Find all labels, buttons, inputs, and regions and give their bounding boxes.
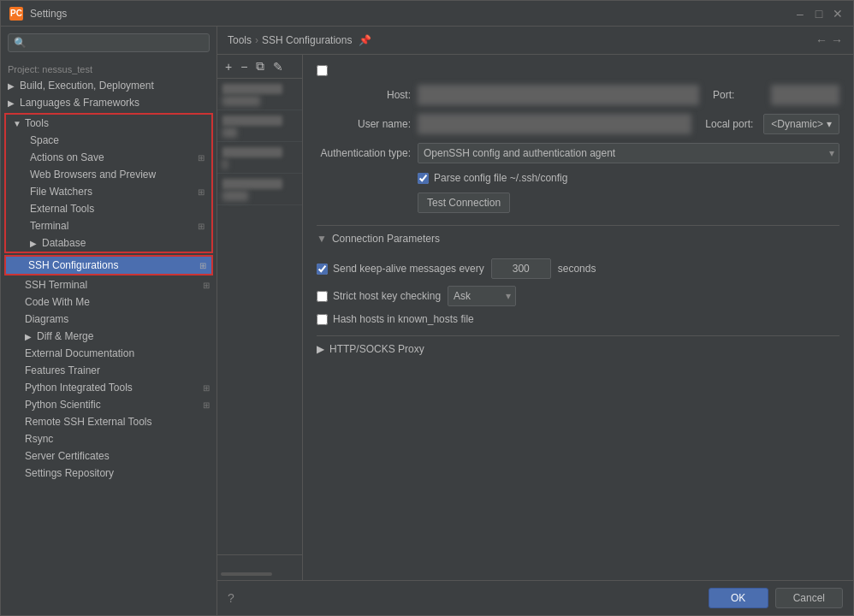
visible-only-row <box>317 65 839 76</box>
scrollbar-thumb[interactable] <box>221 572 272 576</box>
sidebar-item-rsync[interactable]: Rsync <box>1 430 216 447</box>
ssh-list-panel: + − ⧉ ✎ 172.x.x.x <box>217 55 303 580</box>
pin-icon: 📌 <box>359 34 371 46</box>
right-panel: Tools › SSH Configurations 📌 ← → + − <box>217 27 853 615</box>
breadcrumb-separator: › <box>255 34 258 46</box>
sidebar-item-featurestrainer[interactable]: Features Trainer <box>1 362 216 379</box>
host-thumbnail <box>222 116 282 126</box>
http-proxy-section[interactable]: ▶ HTTP/SOCKS Proxy <box>317 335 839 362</box>
localport-label: Local port: <box>705 118 756 130</box>
sidebar-item-settingsrepo[interactable]: Settings Repository <box>1 465 216 482</box>
marker-icon: ⊞ <box>199 261 206 270</box>
nav-buttons: ← → <box>815 33 843 47</box>
sidebar-item-sshterminal[interactable]: SSH Terminal ⊞ <box>1 276 216 293</box>
sidebar: Project: nessus_test ▶ Build, Execution,… <box>1 27 217 615</box>
sidebar-item-web[interactable]: Web Browsers and Preview <box>6 166 211 183</box>
breadcrumb: Tools › SSH Configurations 📌 <box>228 34 810 46</box>
host-label: 172.x.x.x <box>222 96 297 106</box>
sidebar-item-database[interactable]: ▶ Database <box>6 234 211 252</box>
tools-section: ▼ Tools Space Actions on Save ⊞ Web Br <box>4 113 213 253</box>
host-input[interactable] <box>418 85 699 105</box>
close-button[interactable]: ✕ <box>831 7 845 21</box>
ok-button[interactable]: OK <box>709 588 768 608</box>
window-controls: – □ ✕ <box>793 7 845 21</box>
sidebar-item-terminal[interactable]: Terminal ⊞ <box>6 217 211 234</box>
host-row: Host: Port: <box>317 85 839 105</box>
hash-hosts-checkbox[interactable] <box>317 314 328 325</box>
sidebar-item-pythontools[interactable]: Python Integrated Tools ⊞ <box>1 379 216 396</box>
sidebar-item-space[interactable]: Space <box>6 132 211 149</box>
strict-host-checkbox-group: Strict host key checking <box>317 290 441 302</box>
host-thumbnail <box>222 84 282 94</box>
copy-config-button[interactable]: ⧉ <box>253 58 267 74</box>
localport-button[interactable]: <Dynamic> ▾ <box>763 114 839 134</box>
settings-window: PC Settings – □ ✕ Project: nessus_test ▶… <box>0 0 854 616</box>
project-label: Project: nessus_test <box>1 59 216 77</box>
breadcrumb-parent: Tools <box>228 34 252 46</box>
auth-select[interactable]: OpenSSH config and authentication agent <box>418 143 839 163</box>
sidebar-item-servercerts[interactable]: Server Certificates <box>1 447 216 465</box>
marker-icon: ⊞ <box>198 187 205 197</box>
sidebar-item-tools[interactable]: ▼ Tools <box>6 115 211 132</box>
auth-row: Authentication type: OpenSSH config and … <box>317 143 839 163</box>
marker-icon: ⊞ <box>198 222 205 231</box>
sidebar-content: Project: nessus_test ▶ Build, Execution,… <box>1 59 216 615</box>
sidebar-item-diffmerge[interactable]: ▶ Diff & Merge <box>1 328 216 345</box>
sidebar-item-remotessh[interactable]: Remote SSH External Tools <box>1 413 216 430</box>
auth-select-wrapper: OpenSSH config and authentication agent <box>418 143 839 163</box>
edit-config-button[interactable]: ✎ <box>270 59 286 74</box>
sidebar-item-languages[interactable]: ▶ Languages & Frameworks <box>1 94 216 111</box>
connection-params-header[interactable]: ▼ Connection Parameters <box>317 225 839 252</box>
add-config-button[interactable]: + <box>222 59 234 74</box>
back-button[interactable]: ← <box>815 33 827 47</box>
ask-select-wrapper: Ask <box>448 286 516 306</box>
sidebar-item-sshconfigs[interactable]: SSH Configurations ⊞ <box>4 255 213 275</box>
dropdown-icon: ▾ <box>827 118 832 130</box>
strict-host-checkbox[interactable] <box>317 291 328 302</box>
panel-body: + − ⧉ ✎ 172.x.x.x <box>217 55 853 580</box>
list-item[interactable]: @1 <box>217 110 302 142</box>
ssh-list: 172.x.x.x @1 <box>217 79 302 554</box>
marker-icon: ⊞ <box>203 400 210 410</box>
username-input[interactable] <box>418 114 691 134</box>
ask-select[interactable]: Ask <box>448 286 516 306</box>
visible-only-checkbox[interactable] <box>317 65 328 76</box>
search-input[interactable] <box>8 33 210 52</box>
sidebar-item-codewithme[interactable]: Code With Me <box>1 293 216 311</box>
port-input[interactable] <box>771 85 839 105</box>
keep-alive-row: Send keep-alive messages every seconds <box>317 258 839 279</box>
keep-alive-checkbox-group: Send keep-alive messages every <box>317 263 484 275</box>
seconds-label: seconds <box>558 263 596 275</box>
sidebar-item-externaltools[interactable]: External Tools <box>6 200 211 217</box>
strict-host-label: Strict host key checking <box>333 290 441 302</box>
keep-alive-input[interactable] <box>491 258 551 279</box>
parse-config-checkbox[interactable] <box>418 173 429 184</box>
sidebar-item-externaldoc[interactable]: External Documentation <box>1 345 216 362</box>
sidebar-item-filewatchers[interactable]: File Watchers ⊞ <box>6 183 211 200</box>
username-label: User name: <box>317 118 411 130</box>
username-row: User name: Local port: <Dynamic> ▾ <box>317 114 839 134</box>
forward-button[interactable]: → <box>831 33 843 47</box>
arrow-icon: ▼ <box>13 119 21 128</box>
list-item[interactable]: 172.x.x.x <box>217 79 302 110</box>
sidebar-item-actions[interactable]: Actions on Save ⊞ <box>6 149 211 166</box>
sidebar-item-diagrams[interactable]: Diagrams <box>1 311 216 328</box>
minimize-button[interactable]: – <box>793 7 807 21</box>
keep-alive-label: Send keep-alive messages every <box>333 263 484 275</box>
list-item[interactable]: 1 <box>217 142 302 174</box>
help-button[interactable]: ? <box>228 591 234 605</box>
list-item[interactable]: @172 <box>217 174 302 205</box>
test-connection-button[interactable]: Test Connection <box>418 192 510 213</box>
remove-config-button[interactable]: − <box>238 59 250 74</box>
hash-hosts-label: Hash hosts in known_hosts file <box>333 313 474 325</box>
hash-hosts-checkbox-group: Hash hosts in known_hosts file <box>317 313 474 325</box>
maximize-button[interactable]: □ <box>812 7 826 21</box>
marker-icon: ⊞ <box>203 281 210 290</box>
host-thumbnail <box>222 179 282 189</box>
window-title: Settings <box>30 8 793 20</box>
cancel-button[interactable]: Cancel <box>775 588 843 608</box>
keep-alive-checkbox[interactable] <box>317 264 328 275</box>
arrow-icon: ▶ <box>25 332 33 341</box>
sidebar-item-build[interactable]: ▶ Build, Execution, Deployment <box>1 77 216 94</box>
sidebar-item-pythonscientific[interactable]: Python Scientific ⊞ <box>1 396 216 413</box>
